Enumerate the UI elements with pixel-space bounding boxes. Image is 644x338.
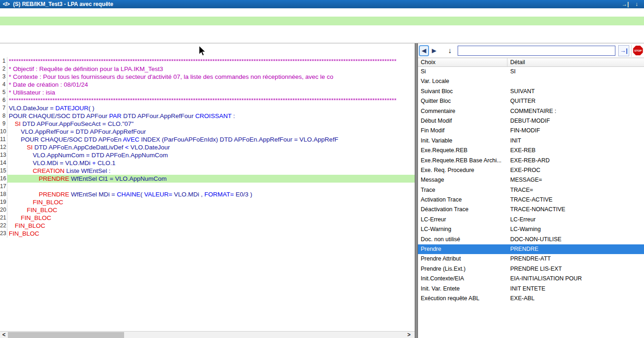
window-title: (S) REB/IKM_Test3 - LPA avec requête [13, 1, 113, 7]
line-number: 16 [0, 175, 7, 183]
choice-row[interactable]: Var. Locale [418, 77, 644, 86]
code-line[interactable]: 11POUR CHAQUE/SOC DTD APFoEn AVEC INDEX … [0, 136, 415, 143]
code-line[interactable]: 13VLO.AppNumCom = DTD APFoEn.AppNumCom [0, 151, 415, 159]
code-token: VALEUR= [144, 191, 172, 198]
code-token: INDEX (ParFouAPFoEnIdx) DTD APFoEn.AppRe… [139, 136, 338, 143]
choice-row[interactable]: Fin ModifFIN-MODIF [418, 126, 644, 136]
line-number: 1 [0, 57, 7, 65]
choice-row[interactable]: PrendrePRENDRE [418, 244, 644, 254]
code-line[interactable]: 8POUR CHAQUE/SOC DTD APFour PAR DTD APFo… [0, 112, 415, 120]
detail-cell: FIN-MODIF [507, 126, 644, 136]
code-line[interactable]: 16PRENDRE WfEntSel Cl1 = VLO.AppNumCom [0, 175, 415, 183]
line-number: 15 [0, 167, 7, 175]
code-token: CLO.1 [96, 160, 116, 166]
insert-down-button[interactable]: ↓ [445, 45, 455, 56]
code-line[interactable]: 19FIN_BLOC [0, 198, 415, 206]
choice-row[interactable]: Activation TraceTRACE-ACTIVE [418, 195, 644, 205]
code-text: PRENDRE WfEntSel Cl1 = VLO.AppNumCom [7, 175, 415, 183]
choice-row[interactable]: Suivant BlocSUIVANT [418, 87, 644, 96]
code-text: PRENDRE WfEntSel MDi = CHAINE( VALEUR= V… [7, 190, 415, 198]
line-number: 2 [0, 65, 7, 73]
code-line[interactable]: 23FIN_BLOC [0, 230, 415, 237]
choice-cell: Doc. non utilisé [418, 235, 507, 244]
next-button[interactable]: ▶ [429, 45, 439, 56]
choice-cell: Prendre Attribut [418, 254, 507, 264]
code-line[interactable]: 17 [0, 183, 415, 190]
down-arrow-icon[interactable]: ↓ [632, 1, 641, 7]
code-line[interactable]: 5* Utilisateur : isia [0, 89, 415, 96]
detail-cell: TRACE-ACTIVE [507, 195, 644, 205]
detail-cell: EXE-REB [507, 146, 644, 155]
detail-cell: LC-Warning [507, 225, 644, 234]
choice-row[interactable]: Doc. non utiliséDOC-NON-UTILISE [418, 235, 644, 244]
choice-cell: Exécution requête ABL [418, 294, 507, 303]
choice-cell: Activation Trace [418, 195, 507, 205]
stop-button[interactable]: STOP [631, 45, 643, 57]
choice-row[interactable]: Init.Contexte/EIAEIA-INITIALISATION POUR [418, 274, 644, 284]
current-statement-line[interactable]: PRENDRE WfEntSel Cl1 = VLO.AppNumCom [0, 8, 644, 17]
choice-row[interactable]: Déactivation TraceTRACE-NONACTIVE [418, 205, 644, 214]
choice-row[interactable]: Prendre AttributPRENDRE-ATT [418, 254, 644, 264]
pane-splitter[interactable] [415, 43, 418, 338]
column-header-choix[interactable]: Choix [418, 58, 507, 66]
code-line[interactable]: 14VLO.MDi = VLO.MDi + CLO.1 [0, 159, 415, 167]
code-text: FIN_BLOC [7, 198, 415, 206]
choice-row[interactable]: Prendre (Lis.Ext.)PRENDRE LIS-EXT [418, 264, 644, 274]
code-editor[interactable]: 1***************************************… [0, 43, 415, 331]
code-text: VLO.MDi = VLO.MDi + CLO.1 [7, 159, 415, 167]
choice-cell: Exe.Requete.REB Base Archi... [418, 156, 507, 166]
code-line[interactable]: 3* Contexte : Pour tous les fournisseurs… [0, 73, 415, 81]
choice-row[interactable]: Exe.Requete.REB Base Archi...EXE-REB-ARD [418, 156, 644, 166]
choice-row[interactable]: TraceTRACE= [418, 185, 644, 195]
scroll-right-arrow[interactable]: > [405, 332, 413, 338]
line-number: 11 [0, 136, 7, 143]
choice-row[interactable]: CommentaireCOMMENTAIRE : [418, 107, 644, 116]
code-token: DTD APFour.AppRefFour [121, 113, 195, 119]
scroll-left-arrow[interactable]: < [0, 332, 8, 338]
code-text: POUR CHAQUE/SOC DTD APFour PAR DTD APFou… [7, 112, 415, 120]
code-line[interactable]: 1***************************************… [0, 57, 415, 65]
choice-row[interactable]: Init. Var. EnteteINIT ENTETE [418, 284, 644, 294]
choice-row[interactable]: Exécution requête ABLEXE-ABL [418, 294, 644, 303]
code-line[interactable]: 7VLO.DateJour = DATEJOUR( ) [0, 104, 415, 112]
prev-button[interactable]: ◀ [419, 45, 429, 56]
choice-row[interactable]: LC-WarningLC-Warning [418, 225, 644, 234]
choice-row[interactable]: Début ModifDEBUT-MODIF [418, 116, 644, 126]
code-token: WfEntSel MDi = [69, 191, 117, 198]
code-token: VLO.DateJour = [9, 105, 55, 112]
choice-row[interactable]: LC-ErreurLC-Erreur [418, 215, 644, 225]
code-line[interactable]: 6***************************************… [0, 96, 415, 104]
choice-row[interactable]: SiSI [418, 67, 644, 77]
choice-row[interactable]: Quitter BlocQUITTER [418, 96, 644, 106]
code-text: SI DTD APFour.AppFouSecAct = CLO."07" [7, 120, 415, 128]
h-scrollbar[interactable]: < > [0, 331, 415, 338]
code-token: DATEJOUR [55, 105, 89, 112]
column-header-detail[interactable]: Détail [507, 58, 644, 66]
scroll-thumb[interactable] [8, 332, 124, 338]
choice-panel: ◀ ▶ ↓ →| STOP Choix Détail SiSIVar. Loca… [418, 43, 644, 338]
code-line[interactable]: 9SI DTD APFour.AppFouSecAct = CLO."07" [0, 120, 415, 128]
code-line[interactable]: 20FIN_BLOC [0, 206, 415, 214]
choice-row[interactable]: MessageMESSAGE= [418, 175, 644, 185]
code-text: VLO.AppNumCom = DTD APFoEn.AppNumCom [7, 151, 415, 159]
code-line[interactable]: 2* Objectif : Requête de définition pour… [0, 65, 415, 73]
line-number: 13 [0, 151, 7, 159]
execute-button[interactable]: →| [618, 45, 629, 56]
code-token: FIN_BLOC [21, 214, 51, 221]
code-line[interactable]: 22FIN_BLOC [0, 222, 415, 230]
line-number: 5 [0, 89, 7, 96]
detail-cell: SI [507, 67, 644, 77]
jump-to-end-icon[interactable]: →| [619, 1, 632, 7]
code-line[interactable]: 12SI DTD APFoEn.AppCdeDatLivDef < VLO.Da… [0, 143, 415, 151]
code-token: DTD APFoEn.AppCdeDatLivDef [33, 144, 125, 151]
code-line[interactable]: 18PRENDRE WfEntSel MDi = CHAINE( VALEUR=… [0, 190, 415, 198]
code-line[interactable]: 21FIN_BLOC [0, 214, 415, 222]
code-line[interactable]: 15CREATION Liste WfEntSel : [0, 167, 415, 175]
choice-row[interactable]: Init. VariableINIT [418, 136, 644, 146]
choice-row[interactable]: Exe. Req. ProcedureEXE-PROC [418, 166, 644, 175]
code-line[interactable]: 4* Date de création : 08/01/24 [0, 81, 415, 89]
code-line[interactable]: 10VLO.AppRefFour = DTD APFour.AppRefFour [0, 128, 415, 136]
choice-row[interactable]: Exe.Requete.REBEXE-REB [418, 146, 644, 155]
search-input[interactable] [458, 46, 615, 56]
line-number: 9 [0, 120, 7, 128]
